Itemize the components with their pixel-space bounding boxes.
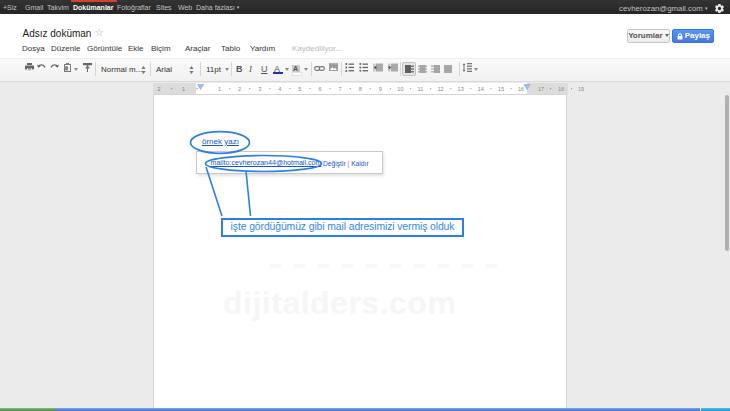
svg-text:2: 2 [157,86,160,92]
svg-text:10: 10 [397,86,403,92]
svg-text:17: 17 [538,86,544,92]
svg-text:3: 3 [258,86,261,92]
svg-text:6: 6 [318,86,321,92]
svg-text:8: 8 [359,86,362,92]
svg-text:19: 19 [578,86,584,92]
svg-text:15: 15 [498,86,504,92]
svg-text:2: 2 [238,86,241,92]
svg-text:11: 11 [418,86,424,92]
svg-text:9: 9 [379,86,382,92]
svg-text:4: 4 [278,86,281,92]
svg-text:1: 1 [218,86,221,92]
svg-text:13: 13 [458,86,464,92]
svg-text:12: 12 [437,86,443,92]
svg-text:1: 1 [182,86,185,92]
svg-text:18: 18 [558,86,564,92]
svg-text:5: 5 [298,86,301,92]
svg-text:14: 14 [478,86,484,92]
svg-text:16: 16 [518,86,524,92]
svg-text:7: 7 [339,86,342,92]
